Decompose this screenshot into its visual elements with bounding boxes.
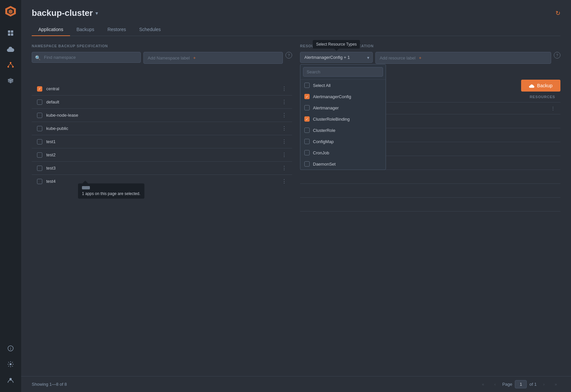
resource-dropdown-wrap: Select Resource Types AlertmanagerConfig… — [300, 52, 373, 63]
dropdown-item-daemonset[interactable]: DaemonSet — [300, 158, 386, 170]
sidebar-bottom: i — [4, 342, 17, 387]
configmap-label: ConfigMap — [313, 139, 334, 144]
resource-item-menu[interactable]: ⋮ — [551, 106, 555, 111]
dropdown-search-input[interactable] — [303, 67, 383, 77]
sidebar-icon-packages[interactable] — [4, 74, 17, 87]
namespace-menu-default[interactable]: ⋮ — [282, 99, 287, 105]
alertmanagerconfig-checkbox[interactable] — [304, 94, 310, 99]
svg-rect-3 — [8, 30, 10, 33]
select-resource-types-tooltip: Select Resource Types — [313, 40, 360, 49]
sidebar-icon-user[interactable] — [4, 373, 17, 387]
dropdown-item-alertmanagerconfig[interactable]: AlertmanagerConfig — [300, 91, 386, 102]
last-page-button[interactable]: » — [551, 380, 560, 389]
namespace-item: test3 ⋮ — [32, 162, 292, 175]
dropdown-item-alertmanager[interactable]: Alertmanager — [300, 102, 386, 113]
configmap-checkbox[interactable] — [304, 139, 310, 144]
svg-line-10 — [8, 64, 11, 66]
select-all-label: Select All — [313, 83, 330, 88]
resource-list-item-empty-6 — [300, 184, 560, 198]
sidebar-icon-cloud[interactable] — [4, 42, 17, 56]
namespace-menu-test2[interactable]: ⋮ — [282, 152, 287, 158]
namespace-menu-test1[interactable]: ⋮ — [282, 138, 287, 145]
resource-type-dropdown[interactable]: AlertmanagerConfig + 1 ▾ — [300, 52, 373, 63]
namespace-search-wrap: 🔍 — [32, 52, 141, 64]
namespace-checkbox-test4[interactable] — [37, 179, 42, 184]
select-all-checkbox[interactable] — [304, 83, 310, 88]
svg-rect-6 — [11, 33, 13, 36]
svg-point-7 — [10, 62, 12, 64]
content-row: NAMESPACE BACKUP SPECIFICATION 🔍 Add Nam… — [32, 44, 560, 384]
dropdown-item-select-all[interactable]: Select All — [300, 80, 386, 91]
next-page-button[interactable]: › — [539, 380, 549, 389]
namespace-checkbox-test2[interactable] — [37, 152, 42, 158]
page-number-input[interactable] — [515, 380, 527, 388]
namespace-checkbox-central[interactable] — [37, 86, 42, 92]
prev-page-button[interactable]: ‹ — [490, 380, 500, 389]
tab-restores[interactable]: Restores — [101, 23, 133, 36]
tab-backups[interactable]: Backups — [70, 23, 101, 36]
daemonset-checkbox[interactable] — [304, 161, 310, 167]
namespace-menu-kube-node-lease[interactable]: ⋮ — [282, 112, 287, 118]
dropdown-search-wrap — [300, 64, 386, 80]
namespace-section-label: NAMESPACE BACKUP SPECIFICATION — [32, 44, 292, 48]
cronjob-label: CronJob — [313, 150, 329, 155]
namespace-name-test1: test1 — [46, 139, 56, 144]
sidebar-icon-settings[interactable] — [4, 358, 17, 371]
svg-point-8 — [8, 66, 9, 68]
namespace-search-input[interactable] — [32, 52, 141, 63]
refresh-icon[interactable]: ↻ — [555, 10, 560, 17]
dropdown-item-cronjob[interactable]: CronJob — [300, 147, 386, 158]
dropdown-item-clusterrolebinding[interactable]: ClusterRoleBinding — [300, 113, 386, 125]
namespace-name-test3: test3 — [46, 166, 56, 171]
resource-type-dropdown-menu: Select All AlertmanagerConfig Alertmanag… — [300, 64, 386, 170]
namespace-checkbox-test3[interactable] — [37, 166, 42, 171]
namespace-help-icon[interactable]: ? — [286, 52, 292, 59]
namespace-checkbox-default[interactable] — [37, 99, 42, 105]
dropdown-item-configmap[interactable]: ConfigMap — [300, 136, 386, 147]
sidebar-icon-network[interactable] — [4, 58, 17, 71]
namespace-checkbox-kube-public[interactable] — [37, 126, 42, 131]
resource-label-text: Add resource label — [380, 56, 415, 60]
namespace-list: central ⋮ default ⋮ kube-node-lease ⋮ ku… — [32, 82, 292, 188]
tab-schedules[interactable]: Schedules — [133, 23, 167, 36]
namespace-menu-test3[interactable]: ⋮ — [282, 165, 287, 171]
namespace-checkbox-kube-node-lease[interactable] — [37, 113, 42, 118]
namespace-menu-central[interactable]: ⋮ — [282, 86, 287, 92]
namespace-search-icon: 🔍 — [35, 55, 41, 60]
left-panel: NAMESPACE BACKUP SPECIFICATION 🔍 Add Nam… — [32, 44, 292, 384]
backup-button[interactable]: Backup — [521, 80, 560, 92]
namespace-name-kube-public: kube-public — [46, 126, 68, 131]
add-namespace-label-wrap[interactable]: Add Namespace label ＋ — [143, 52, 283, 64]
resource-label-plus-icon[interactable]: ＋ — [418, 55, 422, 61]
namespace-menu-kube-public[interactable]: ⋮ — [282, 125, 287, 132]
app-logo[interactable] — [5, 5, 17, 19]
cronjob-checkbox[interactable] — [304, 150, 310, 155]
page-header: backup-cluster ▾ ↻ — [32, 8, 560, 18]
sidebar-icon-dashboard[interactable] — [4, 26, 17, 40]
first-page-button[interactable]: « — [478, 380, 488, 389]
sidebar-icon-info[interactable]: i — [4, 342, 17, 355]
selection-tooltip-text: 1 apps on this page are selected. — [82, 191, 140, 196]
tab-applications[interactable]: Applications — [32, 23, 70, 36]
namespace-checkbox-test1[interactable] — [37, 139, 42, 144]
namespace-menu-test4[interactable]: ⋮ — [282, 178, 287, 184]
namespace-name-kube-node-lease: kube-node-lease — [46, 113, 78, 118]
namespace-item: kube-node-lease ⋮ — [32, 109, 292, 122]
daemonset-label: DaemonSet — [313, 162, 336, 167]
resource-label-wrap[interactable]: Add resource label ＋ — [375, 52, 551, 64]
add-namespace-label-text: Add Namespace label — [148, 56, 190, 60]
clusterrolebinding-checkbox[interactable] — [304, 116, 310, 122]
dropdown-chevron-icon: ▾ — [367, 55, 369, 60]
alertmanager-checkbox[interactable] — [304, 105, 310, 110]
add-namespace-plus-icon[interactable]: ＋ — [192, 55, 197, 61]
clusterrole-checkbox[interactable] — [304, 128, 310, 133]
resource-help-icon[interactable]: ? — [554, 52, 560, 59]
footer: Showing 1—8 of 8 « ‹ Page of 1 › » — [21, 376, 571, 392]
svg-point-14 — [10, 363, 12, 365]
namespace-name-test4: test4 — [46, 179, 56, 184]
namespace-search-row: 🔍 Add Namespace label ＋ ? — [32, 52, 292, 64]
cluster-chevron-icon[interactable]: ▾ — [95, 11, 98, 16]
sidebar: i — [0, 0, 21, 392]
dropdown-item-clusterrole[interactable]: ClusterRole — [300, 125, 386, 136]
namespace-item: test4 ⋮ — [32, 175, 292, 188]
